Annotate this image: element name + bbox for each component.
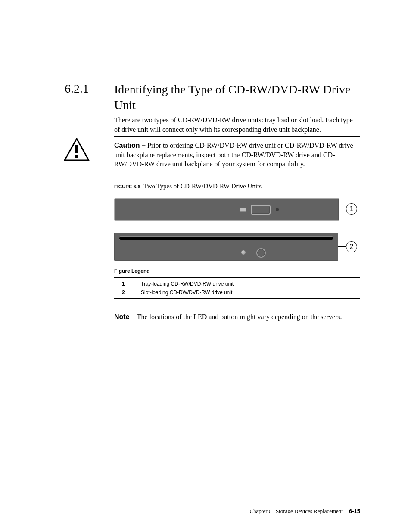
svg-rect-1 [75, 145, 78, 153]
note-text: Note – The locations of the LED and butt… [114, 313, 342, 320]
svg-rect-2 [75, 155, 78, 158]
tray-drive-illustration [114, 198, 339, 221]
section-title: Identifying the Type of CD-RW/DVD-RW Dri… [114, 82, 355, 113]
caution-label: Caution – [114, 142, 146, 149]
callout-line [338, 246, 346, 247]
footer-title: Storage Devices Replacement [276, 508, 343, 514]
figure-label: FIGURE 6-6 [114, 184, 140, 189]
caution-block: Caution – Prior to ordering CD-RW/DVD-RW… [114, 136, 360, 174]
note-label: Note – [114, 313, 135, 320]
figure-title: Two Types of CD-RW/DVD-RW Drive Units [144, 183, 262, 190]
page-number: 6-15 [349, 508, 360, 514]
slot-led-icon [241, 250, 246, 255]
intro-paragraph: There are two types of CD-RW/DVD-RW driv… [114, 115, 360, 134]
legend-heading: Figure Legend [114, 268, 150, 274]
legend-num: 2 [122, 289, 125, 296]
figure-diagram: 1 2 [114, 196, 360, 262]
tray-eject-button-icon [251, 205, 271, 215]
legend-text: Tray-loading CD-RW/DVD-RW drive unit [141, 281, 234, 287]
legend-num: 1 [122, 281, 125, 287]
note-body: The locations of the LED and button migh… [135, 313, 342, 320]
caution-icon [64, 138, 90, 162]
slot-drive-illustration [114, 233, 338, 261]
slot-eject-button-icon [256, 248, 266, 258]
divider [114, 277, 360, 278]
slot-opening-icon [119, 237, 333, 240]
callout-line [338, 209, 346, 209]
callout-1: 1 [346, 203, 357, 215]
tray-led-icon [240, 208, 246, 212]
caution-text: Caution – Prior to ordering CD-RW/DVD-RW… [114, 142, 353, 168]
document-page: 6.2.1 Identifying the Type of CD-RW/DVD-… [0, 0, 411, 532]
caution-body: Prior to ordering CD-RW/DVD-RW drive uni… [114, 142, 353, 168]
footer-chapter: Chapter 6 [249, 508, 271, 514]
legend-text: Slot-loading CD-RW/DVD-RW drive unit [141, 289, 232, 296]
note-block: Note – The locations of the LED and butt… [114, 308, 360, 327]
figure-caption: FIGURE 6-6Two Types of CD-RW/DVD-RW Driv… [114, 183, 262, 190]
tray-pinhole-icon [276, 208, 279, 211]
page-footer: Chapter 6 Storage Devices Replacement6-1… [0, 508, 411, 515]
divider [114, 298, 360, 299]
section-number: 6.2.1 [65, 82, 89, 96]
callout-2: 2 [346, 241, 357, 252]
